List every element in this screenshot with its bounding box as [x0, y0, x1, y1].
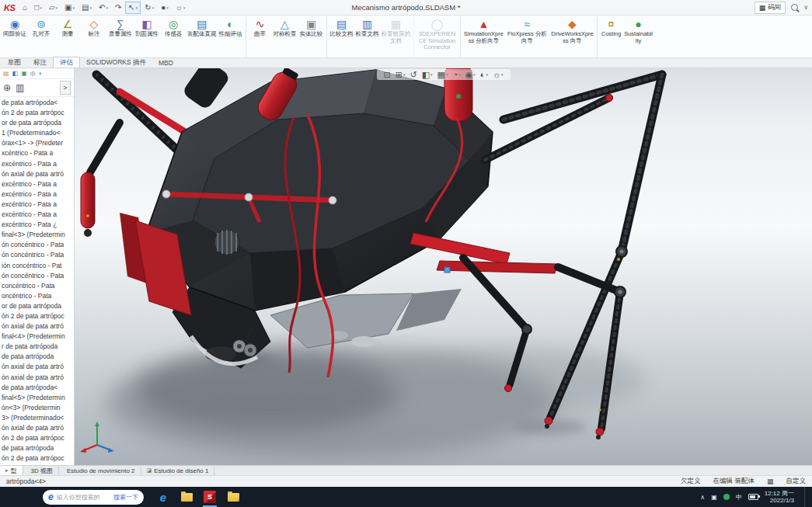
ribbon-simulationxpress-button[interactable]: ▲ SimulationXpress 分析向导 [460, 16, 505, 57]
battery-status-icon[interactable] [723, 494, 730, 500]
tray-app-icon[interactable]: ▣ [711, 494, 717, 501]
feature-tree-item[interactable]: final<4> (Predetermin [0, 332, 74, 342]
battery-icon[interactable] [748, 494, 758, 500]
open-icon[interactable]: ▱ [46, 2, 61, 14]
feature-tree-item[interactable]: de pata artrópoda [0, 352, 74, 362]
feature-tree-item[interactable]: 1 (Predeterminado<· [0, 128, 74, 138]
feature-tree-item[interactable]: ón axial de pata artró [0, 423, 74, 433]
feature-tree-item[interactable]: final<3> (Predetermin [0, 230, 74, 240]
hidden-icons-caret[interactable]: ∧ [700, 494, 705, 501]
hide-show-items-icon[interactable]: ◉ [465, 70, 476, 79]
ribbon-performance-evaluation-button[interactable]: ◐ 性能评估 [218, 16, 244, 57]
feature-tree-item[interactable]: 3> (Predeterminado< [0, 413, 74, 423]
tab-mbd[interactable]: MBD [152, 57, 179, 68]
feature-tree-item[interactable]: ón axial de pata artró [0, 169, 74, 179]
feature-tree-item[interactable]: ón concéntrico - Pata [0, 240, 74, 250]
feature-tree-item[interactable]: excéntrico - Pata ¿ [0, 220, 74, 230]
dimxpert-manager-tab-icon[interactable]: ◎ [30, 70, 36, 77]
feature-tree-item[interactable]: ión concéntrico - Pat [0, 261, 74, 271]
feature-tree-item[interactable]: ón axial de pata artró [0, 362, 74, 372]
options-gear-icon[interactable]: ☼ [173, 2, 189, 14]
feature-tree-item[interactable]: de pata artrópoda [0, 443, 74, 453]
new-document-icon[interactable]: □ [31, 2, 45, 14]
show-desktop-button[interactable] [804, 487, 809, 507]
ribbon-3dexperience-connector-button[interactable]: ◯ 3DEXPERIENCE Simulation Connector [413, 16, 458, 57]
feature-tree-item[interactable]: ón 2 de pata artrópoc [0, 433, 74, 443]
undo-icon[interactable]: ↶ [96, 2, 111, 14]
taskbar-search-box[interactable]: e 输入你想搜索的 搜索一下 [43, 490, 144, 505]
tab-motion-study-2[interactable]: Estudio de movimiento 2 [59, 466, 141, 475]
file-explorer-icon[interactable] [176, 487, 197, 507]
previous-view-icon[interactable]: ↺ [409, 70, 416, 79]
taskbar-clock[interactable]: 12:12 周一 2022/1/3 [765, 490, 794, 505]
feature-tree-item[interactable]: excéntrico - Pata a [0, 179, 74, 189]
feature-tree-item[interactable]: or de pata artrópoda [0, 118, 74, 128]
graphics-viewport[interactable]: ⊡ ⊞ ↺ ◧ ▦ ◔ ◉ ◐ ☼ [75, 68, 812, 465]
apply-scene-icon[interactable]: ☼ [493, 70, 504, 79]
tab-solidworks-addins[interactable]: SOLIDWORKS 插件 [80, 57, 152, 68]
ribbon-symmetry-check-button[interactable]: △ 对称检查 [272, 16, 298, 57]
feature-tree-item[interactable]: excéntrico - Pata a [0, 189, 74, 200]
command-search-box[interactable]: ▦ 码间 [754, 2, 786, 14]
ribbon-mass-properties-button[interactable]: ∑ 质量属性 [107, 16, 134, 57]
view-orientation-icon[interactable]: ▦ [437, 70, 448, 79]
display-style-icon[interactable]: ◔ [452, 70, 460, 79]
feature-tree-item[interactable]: de pata artrópoda< [0, 383, 74, 393]
tab-evaluate[interactable]: 评估 [53, 57, 80, 68]
ribbon-compare-documents-button[interactable]: ▤ 比较文档 [326, 16, 354, 57]
feature-tree-item[interactable]: r de pata artrópoda [0, 342, 74, 352]
media-folder-icon[interactable]: ♪ [223, 487, 243, 507]
ribbon-sustainability-button[interactable]: ● Sustainability [623, 16, 654, 57]
feature-tree-item[interactable]: ón concéntrico - Pata [0, 250, 74, 260]
status-grid-icon[interactable]: ▦ [767, 477, 774, 485]
display-manager-tab-icon[interactable]: ◐ [39, 70, 43, 77]
feature-tree-item[interactable]: excéntrico - Pata a [0, 200, 74, 210]
ribbon-clearance-verification-button[interactable]: ◉ 间隙验证 [2, 16, 28, 57]
ribbon-driveworksxpress-button[interactable]: ◆ DriveWorksXpress 向导 [550, 16, 595, 57]
feature-manager-tab-icon[interactable]: ▤ [3, 70, 9, 77]
feature-tree-item[interactable]: órax<1> -> (Predeter [0, 138, 74, 148]
tab-model[interactable]: ▸ 型 [0, 466, 23, 475]
feature-tree-item[interactable]: ón concéntrico - Pata [0, 271, 74, 281]
search-chevron-icon[interactable]: ∨ [803, 4, 808, 11]
feature-tree-item[interactable]: xcéntrico - Pata a [0, 148, 74, 158]
ribbon-curvature-button[interactable]: ∿ 曲率 [246, 16, 272, 57]
feature-tree-item[interactable]: excéntrico - Pata a [0, 210, 74, 220]
feature-tree-item[interactable]: ón axial de pata artró [0, 321, 74, 332]
ribbon-floxpress-button[interactable]: ≈ FloXpress 分析向导 [505, 16, 550, 57]
search-icon[interactable] [791, 4, 798, 11]
feature-tree-item[interactable]: ón 2 de pata artrópoc [0, 311, 74, 321]
ribbon-section-properties-button[interactable]: ◧ 剖面属性 [134, 16, 160, 57]
search-go-button[interactable]: 搜索一下 [113, 493, 138, 502]
ribbon-sensor-button[interactable]: ◎ 传感器 [160, 16, 186, 57]
ribbon-check-scattered-documents-button[interactable]: ▦ 检查散落的文档 [381, 16, 412, 57]
feature-tree-item[interactable]: or de pata artrópoda [0, 301, 74, 311]
select-icon[interactable]: ↖ [125, 2, 141, 14]
feature-tree-item[interactable]: de pata artrópoda< [0, 98, 74, 108]
configuration-manager-tab-icon[interactable]: ▣ [21, 70, 27, 77]
ime-language-indicator[interactable]: 中 [736, 493, 742, 502]
edit-appearance-icon[interactable]: ◐ [480, 70, 488, 79]
feature-tree-item[interactable]: oncéntrico - Pata [0, 291, 74, 301]
appearance-sphere-icon[interactable]: ● [158, 2, 172, 14]
zoom-area-icon[interactable]: ⊞ [396, 70, 406, 79]
feature-tree-item[interactable]: ón axial de pata artró [0, 373, 74, 383]
tree-filter-icon[interactable]: ⊕ [3, 82, 11, 93]
panel-flyout-chevron[interactable]: > [60, 81, 71, 95]
home-icon[interactable]: ⌂ [19, 2, 30, 14]
ribbon-costing-button[interactable]: ¤ Costing [597, 16, 623, 57]
tab-design-study-1[interactable]: ◪ Estudio de diseño 1 [141, 466, 215, 475]
feature-tree-item[interactable]: ón 2 de pata artrópoc [0, 453, 74, 464]
feature-tree-item[interactable]: excéntrico - Pata a [0, 159, 74, 169]
rebuild-icon[interactable]: ↻ [141, 2, 157, 14]
ribbon-check-document-button[interactable]: ▥ 检查文档 [354, 16, 381, 57]
ribbon-measure-button[interactable]: ∠ 测量 [54, 16, 81, 57]
ribbon-markup-button[interactable]: ◇ 标注 [81, 16, 107, 57]
feature-tree-item[interactable]: concéntrico - Pata [0, 281, 74, 291]
ribbon-hole-alignment-button[interactable]: ⊚ 孔对齐 [28, 16, 54, 57]
section-view-icon[interactable]: ◧ [422, 70, 433, 79]
solidworks-app-icon[interactable]: S [200, 487, 220, 507]
print-icon[interactable]: ▤ [78, 2, 95, 14]
tab-3d-views[interactable]: 3D 视图 [23, 466, 59, 475]
customize-status-bar[interactable]: 自定义 [786, 477, 807, 486]
